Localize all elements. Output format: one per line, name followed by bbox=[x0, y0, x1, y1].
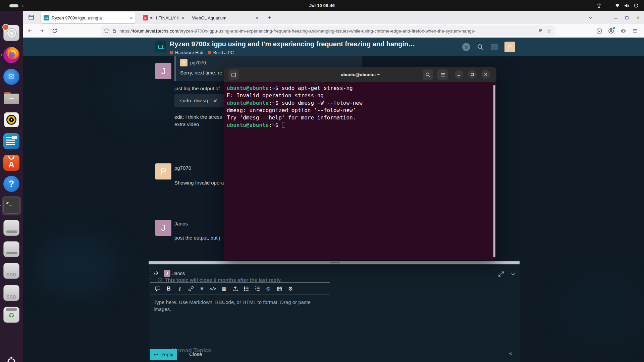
terminal-output[interactable]: ubuntu@ubuntu:~$ sudo apt-get stress-ng … bbox=[224, 82, 496, 260]
hamburger-menu-icon[interactable] bbox=[490, 42, 499, 52]
account-icon[interactable] bbox=[606, 26, 616, 36]
terminal-line: ubuntu@ubuntu:~$ sudo dmesg -W --folow-n… bbox=[227, 99, 496, 107]
firefox-toolbar: https://forum.level1techs.com/t/ryzen-97… bbox=[23, 24, 644, 38]
upload-icon[interactable] bbox=[232, 286, 238, 292]
quote-post-icon[interactable] bbox=[154, 286, 161, 292]
dock-ssd-icon[interactable]: SSD bbox=[3, 263, 19, 279]
terminal-maximize-button[interactable] bbox=[468, 70, 477, 79]
post-author-avatar[interactable]: J bbox=[155, 63, 171, 79]
window-close-button[interactable]: × bbox=[634, 14, 642, 22]
reload-button[interactable] bbox=[50, 26, 59, 36]
topic-title[interactable]: Ryzen 9700x igpu using and I’m experienc… bbox=[170, 40, 465, 48]
terminal-line: ubuntu@ubuntu:~$ sudo apt-get stress-ng bbox=[227, 85, 496, 92]
help-icon[interactable]: ? bbox=[462, 42, 471, 52]
terminal-scrollbar[interactable] bbox=[493, 85, 495, 257]
back-button[interactable] bbox=[25, 26, 35, 36]
accessibility-icon[interactable] bbox=[594, 0, 604, 11]
save-to-pocket-icon[interactable] bbox=[594, 26, 604, 36]
terminal-search-icon[interactable] bbox=[423, 69, 433, 80]
url-bar[interactable]: https://forum.level1techs.com/t/ryzen-97… bbox=[101, 25, 555, 36]
tab-title: Ryzen 9700x igpu using a bbox=[52, 15, 128, 20]
reply-to-username[interactable]: Janos bbox=[172, 271, 185, 276]
emoji-icon[interactable]: ☺ bbox=[265, 286, 272, 292]
dock-trash-icon[interactable]: ♻ bbox=[3, 307, 19, 323]
bulleted-list-icon[interactable] bbox=[243, 286, 250, 292]
reply-button[interactable]: ↩ Reply bbox=[150, 349, 177, 360]
terminal-line: Try 'dmesg --help' for more information. bbox=[227, 114, 496, 121]
tab-webgl-aquarium[interactable]: WebGL Aquarium × bbox=[189, 12, 262, 23]
tab-audio-playing-icon[interactable] bbox=[150, 15, 154, 20]
tab-close-icon[interactable]: × bbox=[255, 15, 258, 20]
current-user-avatar[interactable]: P bbox=[504, 42, 515, 52]
tab-title: WebGL Aquarium bbox=[192, 15, 253, 20]
dock-drive-icon[interactable] bbox=[3, 220, 19, 236]
dock-ssd-icon-2[interactable]: SSD bbox=[3, 285, 19, 301]
dock-firefox-icon[interactable] bbox=[3, 47, 19, 63]
italic-icon[interactable]: I bbox=[176, 286, 183, 292]
numbered-list-icon[interactable] bbox=[254, 286, 261, 292]
dock-app-center-icon[interactable]: A bbox=[3, 155, 19, 171]
blockquote-icon[interactable]: ” bbox=[199, 286, 205, 292]
terminal-titlebar[interactable]: ubuntu@ubuntu: ~ bbox=[224, 67, 496, 82]
window-minimize-button[interactable] bbox=[612, 14, 620, 22]
composer-resize-grippie[interactable] bbox=[149, 261, 520, 264]
network-icon[interactable] bbox=[612, 0, 622, 11]
tab-ryzen-topic[interactable]: L1 Ryzen 9700x igpu using a × bbox=[41, 12, 136, 23]
terminal-menu-icon[interactable] bbox=[437, 69, 448, 80]
dock-libreoffice-icon[interactable] bbox=[3, 133, 19, 149]
clock[interactable]: Jul 10 08:46 bbox=[0, 0, 644, 11]
dock-rhythmbox-icon[interactable] bbox=[3, 112, 19, 128]
topic-categories: Hardware Hub Build a PC bbox=[170, 50, 234, 55]
category-hardware-hub[interactable]: Hardware Hub bbox=[175, 50, 203, 55]
hyperlink-icon[interactable] bbox=[187, 286, 194, 292]
search-icon[interactable] bbox=[476, 42, 485, 52]
list-all-tabs-icon[interactable] bbox=[586, 14, 594, 22]
level1techs-logo[interactable]: L1 bbox=[155, 41, 166, 52]
dock-terminal-icon[interactable]: >_ bbox=[3, 198, 19, 214]
volume-icon[interactable] bbox=[622, 0, 631, 11]
extensions-icon[interactable] bbox=[619, 26, 628, 36]
dock-thunderbird-icon[interactable]: ✉ bbox=[3, 69, 19, 85]
composer-expand-icon[interactable] bbox=[498, 271, 504, 277]
options-gear-icon[interactable]: ⚙ bbox=[287, 286, 294, 292]
terminal-close-button[interactable] bbox=[481, 70, 490, 79]
tracking-protection-shield-icon[interactable] bbox=[104, 28, 109, 34]
quote-author[interactable]: pg7070: bbox=[190, 60, 207, 65]
dock-show-apps-icon[interactable] bbox=[3, 354, 19, 362]
post-author-avatar[interactable]: P bbox=[155, 163, 171, 179]
window-maximize-button[interactable] bbox=[623, 14, 631, 22]
bold-icon[interactable]: B bbox=[165, 286, 172, 292]
terminal-minimize-button[interactable] bbox=[454, 70, 463, 79]
bookmark-star-icon[interactable]: ☆ bbox=[546, 28, 551, 35]
category-color-square bbox=[170, 51, 173, 54]
close-button[interactable]: Close bbox=[189, 351, 202, 357]
category-build-a-pc[interactable]: Build a PC bbox=[213, 50, 234, 55]
url-text[interactable]: https://forum.level1techs.com/t/ryzen-97… bbox=[119, 29, 535, 34]
post-author-avatar[interactable]: J bbox=[155, 220, 171, 236]
dock-ubuntu-installer-icon[interactable] bbox=[3, 25, 19, 41]
menu-hamburger-icon[interactable] bbox=[631, 26, 640, 36]
composer-collapse-chevron-icon[interactable] bbox=[511, 272, 516, 276]
tab-close-icon[interactable]: × bbox=[181, 15, 184, 20]
insert-date-icon[interactable] bbox=[276, 286, 283, 292]
dock-drive-icon-2[interactable] bbox=[3, 241, 19, 257]
firefox-view-icon[interactable] bbox=[28, 14, 35, 21]
preformatted-code-icon[interactable]: </> bbox=[210, 287, 216, 291]
terminal-new-tab-icon[interactable] bbox=[228, 69, 239, 80]
reader-view-icon[interactable] bbox=[537, 28, 542, 34]
post-author-name[interactable]: Janos bbox=[174, 221, 188, 226]
post-author-name[interactable]: pg7070 bbox=[174, 165, 191, 171]
new-tab-button[interactable]: + bbox=[265, 13, 274, 22]
post-edit-line: extra video bbox=[174, 121, 199, 127]
lock-icon[interactable] bbox=[112, 28, 117, 34]
power-icon[interactable] bbox=[631, 0, 641, 11]
tab-close-icon[interactable]: × bbox=[130, 15, 133, 20]
composer-input-area[interactable] bbox=[150, 295, 330, 343]
forward-button[interactable] bbox=[37, 26, 46, 36]
table-icon[interactable]: ▦ bbox=[221, 286, 227, 292]
composer-textarea[interactable] bbox=[150, 295, 330, 343]
tab-youtube[interactable]: ▶ I FINALLY listened to y × bbox=[141, 12, 186, 23]
timeline-collapse-icon[interactable]: « bbox=[509, 350, 512, 357]
dock-files-icon[interactable] bbox=[3, 90, 19, 106]
dock-help-icon[interactable]: ? bbox=[3, 176, 19, 192]
